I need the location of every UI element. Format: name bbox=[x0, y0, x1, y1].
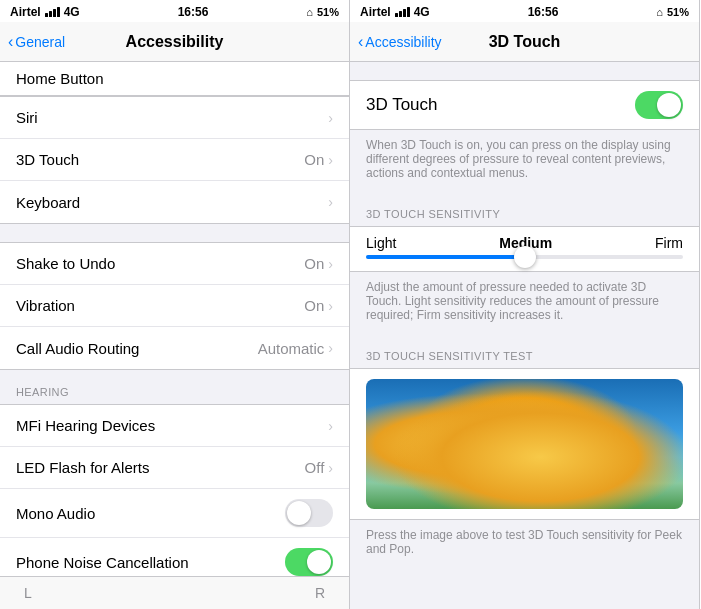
p2-flower-image[interactable] bbox=[366, 379, 683, 509]
shake-undo-row[interactable]: Shake to Undo On › bbox=[0, 243, 349, 285]
signal-bar-3 bbox=[53, 9, 56, 17]
panel-3dtouch: Airtel 4G 16:56 ⌂ 51% ‹ Accessibility 3D… bbox=[350, 0, 700, 609]
group-1: Siri › 3D Touch On › Keyboard › bbox=[0, 96, 349, 224]
mono-audio-toggle[interactable] bbox=[285, 499, 333, 527]
3d-touch-row[interactable]: 3D Touch On › bbox=[0, 139, 349, 181]
led-flash-row[interactable]: LED Flash for Alerts Off › bbox=[0, 447, 349, 489]
slider-container bbox=[350, 255, 699, 271]
slider-track[interactable] bbox=[366, 255, 683, 259]
nav-title-2: 3D Touch bbox=[489, 33, 561, 51]
call-audio-value: Automatic bbox=[258, 340, 325, 357]
call-audio-row[interactable]: Call Audio Routing Automatic › bbox=[0, 327, 349, 369]
keyboard-row[interactable]: Keyboard › bbox=[0, 181, 349, 223]
3d-touch-value: On bbox=[304, 151, 324, 168]
vibration-value: On bbox=[304, 297, 324, 314]
call-audio-label: Call Audio Routing bbox=[16, 340, 258, 357]
battery-label-2: 51% bbox=[667, 6, 689, 18]
signal-bar-1 bbox=[45, 13, 48, 17]
mono-audio-toggle-knob bbox=[287, 501, 311, 525]
back-button-2[interactable]: ‹ Accessibility bbox=[358, 33, 442, 51]
carrier-label-1: Airtel bbox=[10, 5, 41, 19]
bottom-left-label: L bbox=[24, 585, 32, 601]
p2-3dtouch-toggle[interactable] bbox=[635, 91, 683, 119]
p2-content: 3D Touch When 3D Touch is on, you can pr… bbox=[350, 62, 699, 609]
p2-toggle-section: 3D Touch bbox=[350, 80, 699, 130]
nav-bar-2: ‹ Accessibility 3D Touch bbox=[350, 22, 699, 62]
signal-bar-2-3 bbox=[403, 9, 406, 17]
hearing-section-header: Hearing bbox=[0, 370, 349, 404]
back-chevron-2: ‹ bbox=[358, 33, 363, 51]
siri-chevron: › bbox=[328, 110, 333, 126]
mfi-hearing-label: MFi Hearing Devices bbox=[16, 417, 328, 434]
keyboard-label: Keyboard bbox=[16, 194, 328, 211]
3d-touch-label: 3D Touch bbox=[16, 151, 304, 168]
slider-thumb[interactable] bbox=[514, 246, 536, 268]
signal-bar-2 bbox=[49, 11, 52, 17]
status-left-2: Airtel 4G bbox=[360, 5, 430, 19]
flower-img-inner bbox=[366, 379, 683, 509]
p2-3dtouch-toggle-knob bbox=[657, 93, 681, 117]
p2-toggle-row[interactable]: 3D Touch bbox=[350, 81, 699, 129]
slider-label-firm: Firm bbox=[655, 235, 683, 251]
time-label-2: 16:56 bbox=[528, 5, 559, 19]
bottom-right-label: R bbox=[315, 585, 325, 601]
p2-sensitivity-title: 3D Touch Sensitivity bbox=[350, 192, 699, 226]
status-bar-1: Airtel 4G 16:56 ⌂ 51% bbox=[0, 0, 349, 22]
nav-title-1: Accessibility bbox=[126, 33, 224, 51]
back-button-1[interactable]: ‹ General bbox=[8, 33, 65, 51]
bottom-bar-1: L R bbox=[0, 576, 349, 609]
network-label-1: 4G bbox=[64, 5, 80, 19]
p2-test-title: 3D Touch Sensitivity Test bbox=[350, 334, 699, 368]
home-button-row[interactable]: Home Button bbox=[0, 62, 349, 96]
status-bar-2: Airtel 4G 16:56 ⌂ 51% bbox=[350, 0, 699, 22]
p2-test-footer: Press the image above to test 3D Touch s… bbox=[350, 520, 699, 572]
signal-bar-2-4 bbox=[407, 7, 410, 17]
group-2: Shake to Undo On › Vibration On › Call A… bbox=[0, 242, 349, 370]
p2-description: When 3D Touch is on, you can press on th… bbox=[350, 130, 699, 192]
p2-sensitivity-description: Adjust the amount of pressure needed to … bbox=[350, 272, 699, 334]
spacer-1 bbox=[0, 224, 349, 242]
slider-fill bbox=[366, 255, 525, 259]
content-1: Home Button Siri › 3D Touch On › Keyboar… bbox=[0, 62, 349, 576]
p2-sensitivity-section: Light Medium Firm bbox=[350, 226, 699, 272]
back-chevron-1: ‹ bbox=[8, 33, 13, 51]
status-right-1: ⌂ 51% bbox=[306, 6, 339, 18]
battery-label-1: 51% bbox=[317, 6, 339, 18]
siri-row[interactable]: Siri › bbox=[0, 97, 349, 139]
signal-bar-2-1 bbox=[395, 13, 398, 17]
location-icon-2: ⌂ bbox=[656, 6, 663, 18]
status-right-2: ⌂ 51% bbox=[656, 6, 689, 18]
p2-toggle-label: 3D Touch bbox=[366, 95, 635, 115]
home-button-label: Home Button bbox=[16, 70, 104, 87]
p2-top-spacer bbox=[350, 62, 699, 80]
signal-bars-2 bbox=[395, 7, 410, 17]
p2-test-section bbox=[350, 368, 699, 520]
shake-undo-label: Shake to Undo bbox=[16, 255, 304, 272]
mono-audio-label: Mono Audio bbox=[16, 505, 285, 522]
time-label-1: 16:56 bbox=[178, 5, 209, 19]
call-audio-chevron: › bbox=[328, 340, 333, 356]
signal-bar-4 bbox=[57, 7, 60, 17]
nav-bar-1: ‹ General Accessibility bbox=[0, 22, 349, 62]
vibration-chevron: › bbox=[328, 298, 333, 314]
siri-label: Siri bbox=[16, 109, 328, 126]
phone-noise-toggle-knob bbox=[307, 550, 331, 574]
shake-undo-value: On bbox=[304, 255, 324, 272]
phone-noise-toggle[interactable] bbox=[285, 548, 333, 576]
hearing-group: MFi Hearing Devices › LED Flash for Aler… bbox=[0, 404, 349, 576]
phone-noise-label: Phone Noise Cancellation bbox=[16, 554, 285, 571]
carrier-label-2: Airtel bbox=[360, 5, 391, 19]
led-flash-value: Off bbox=[305, 459, 325, 476]
back-label-2: Accessibility bbox=[365, 34, 441, 50]
vibration-label: Vibration bbox=[16, 297, 304, 314]
mono-audio-row[interactable]: Mono Audio bbox=[0, 489, 349, 538]
mfi-hearing-row[interactable]: MFi Hearing Devices › bbox=[0, 405, 349, 447]
mfi-hearing-chevron: › bbox=[328, 418, 333, 434]
vibration-row[interactable]: Vibration On › bbox=[0, 285, 349, 327]
led-flash-chevron: › bbox=[328, 460, 333, 476]
network-label-2: 4G bbox=[414, 5, 430, 19]
led-flash-label: LED Flash for Alerts bbox=[16, 459, 305, 476]
panel-accessibility: Airtel 4G 16:56 ⌂ 51% ‹ General Accessib… bbox=[0, 0, 350, 609]
phone-noise-row[interactable]: Phone Noise Cancellation bbox=[0, 538, 349, 576]
signal-bar-2-2 bbox=[399, 11, 402, 17]
